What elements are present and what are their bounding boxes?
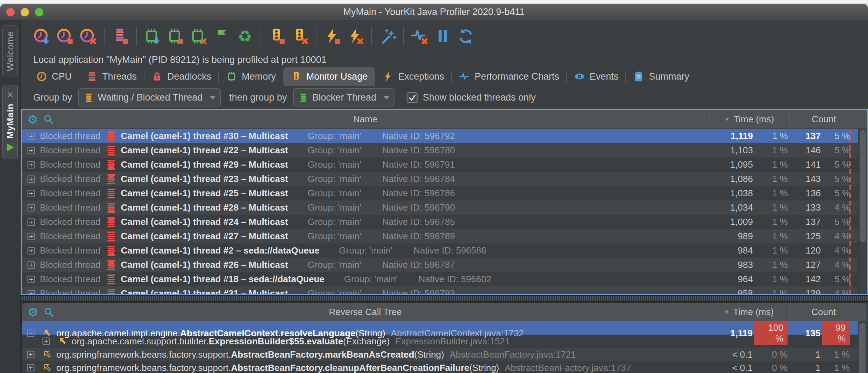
column-header-name[interactable]: Name: [22, 114, 709, 125]
expand-icon[interactable]: [27, 132, 35, 140]
tab-performance-charts[interactable]: Performance Charts: [452, 67, 566, 86]
clear-monitor-data-button[interactable]: [290, 26, 310, 46]
toolbar-separator: [403, 27, 404, 46]
capture-thread-dump-button[interactable]: [110, 26, 130, 46]
pause-button[interactable]: [433, 26, 453, 46]
gear-icon[interactable]: ⚙: [27, 114, 38, 125]
vertical-scrollbar[interactable]: [858, 321, 867, 373]
column-header-time[interactable]: ▼ Time (ms): [709, 110, 789, 129]
thread-icon: [107, 231, 116, 242]
group-by-dropdown[interactable]: Waiting / Blocked Thread: [78, 88, 221, 107]
thread-icon: [107, 174, 116, 184]
thread-row[interactable]: Blocked threadCamel (camel-1) thread #23…: [22, 172, 859, 186]
thread-native-id: Native ID: 596586: [413, 245, 486, 256]
expand-icon[interactable]: [27, 190, 35, 197]
thread-row[interactable]: Blocked threadCamel (camel-1) thread #25…: [22, 186, 859, 200]
expand-icon[interactable]: [27, 161, 35, 169]
thread-row[interactable]: Blocked threadCamel (camel-1) thread #29…: [22, 158, 859, 172]
clear-allocation-data-icon: [190, 27, 208, 45]
thread-row[interactable]: Blocked threadCamel (camel-1) thread #24…: [22, 215, 859, 229]
expand-icon[interactable]: [27, 276, 35, 283]
expand-icon[interactable]: [27, 290, 35, 294]
set-flag-button[interactable]: [212, 26, 232, 46]
expand-icon[interactable]: [27, 175, 35, 183]
call-tree-row[interactable]: org.apache.camel.impl.engine.AbstractCam…: [22, 321, 858, 335]
tab-memory[interactable]: Memory: [219, 67, 283, 86]
cpu-icon: [36, 71, 47, 82]
call-tree-row[interactable]: org.springframework.beans.factory.suppor…: [22, 348, 858, 361]
sidebar-tab-session[interactable]: ✕ MyMain: [2, 85, 18, 159]
show-blocked-checkbox[interactable]: [406, 92, 418, 103]
thread-native-id: Native ID: 596792: [382, 131, 455, 141]
thread-group: Group: 'main': [308, 188, 361, 199]
sidebar-tab-welcome[interactable]: Welcome: [2, 25, 18, 77]
search-icon[interactable]: [43, 114, 54, 125]
expand-icon[interactable]: [27, 364, 35, 372]
close-window-button[interactable]: [6, 8, 15, 16]
tab-monitor-usage[interactable]: Monitor Usage: [284, 67, 375, 86]
main-area: ♻ Local application "MyMain" (PID 89212)…: [21, 20, 868, 373]
zoom-window-button[interactable]: [35, 8, 43, 16]
clear-telemetry-button[interactable]: [410, 26, 430, 46]
then-group-by-dropdown[interactable]: Blocker Thread: [293, 88, 394, 107]
thread-row[interactable]: Blocked threadCamel (camel-1) thread #27…: [22, 229, 859, 243]
time-value: < 0.1: [709, 349, 754, 360]
refresh-button[interactable]: [456, 26, 476, 46]
blocked-thread-prefix: Blocked thread: [40, 174, 100, 184]
blocked-thread-prefix: Blocked thread: [40, 231, 100, 242]
expand-icon[interactable]: [42, 337, 50, 345]
capture-monitor-data-button[interactable]: [267, 26, 287, 46]
blocked-thread-prefix: Blocked thread: [40, 188, 100, 199]
thread-row[interactable]: Blocked threadCamel (camel-1) thread #30…: [22, 129, 859, 143]
method-name: AbstractBeanFactory.cleanupAfterBeanCrea…: [231, 363, 469, 373]
column-header-time[interactable]: ▼ Time (ms): [709, 303, 789, 321]
toolbar: ♻: [21, 20, 868, 52]
tab-events[interactable]: Events: [567, 67, 626, 86]
clear-cpu-data-button[interactable]: [78, 26, 98, 46]
start-allocation-recording-button[interactable]: [142, 26, 163, 46]
column-header-count[interactable]: Count: [789, 110, 859, 129]
expand-icon[interactable]: [27, 233, 35, 240]
expand-icon[interactable]: [27, 351, 35, 358]
minimize-window-button[interactable]: [21, 8, 29, 16]
thread-row[interactable]: Blocked threadCamel (camel-1) thread #22…: [22, 143, 859, 158]
force-gc-button[interactable]: ♻: [235, 26, 255, 46]
count-value: 1: [789, 363, 822, 373]
clear-allocation-data-button[interactable]: [188, 26, 209, 46]
profiler-window: MyMain - YourKit Java Profiler 2020.9-b4…: [0, 0, 868, 373]
thread-row[interactable]: Blocked threadCamel (camel-1) thread #2 …: [22, 243, 859, 258]
capture-cpu-snapshot-button[interactable]: [55, 26, 75, 46]
tab-summary[interactable]: Summary: [626, 67, 696, 86]
scrollbar-thumb[interactable]: [860, 130, 866, 242]
call-tree-row[interactable]: org.springframework.beans.factory.suppor…: [22, 361, 858, 373]
vertical-scrollbar[interactable]: [858, 129, 867, 294]
expand-icon[interactable]: [27, 247, 35, 255]
expand-icon[interactable]: [27, 204, 35, 212]
search-icon[interactable]: [44, 307, 54, 317]
tab-cpu[interactable]: CPU: [29, 67, 79, 86]
capture-exception-data-button[interactable]: [322, 26, 342, 46]
expand-icon[interactable]: [27, 147, 35, 154]
close-session-icon[interactable]: ✕: [7, 91, 14, 99]
tab-exceptions[interactable]: Exceptions: [375, 67, 451, 86]
gear-icon[interactable]: ⚙: [28, 306, 38, 318]
thread-row[interactable]: Blocked threadCamel (camel-1) thread #28…: [22, 200, 859, 215]
capture-memory-snapshot-button[interactable]: [165, 26, 186, 46]
tab-deadlocks[interactable]: Deadlocks: [144, 67, 218, 86]
start-cpu-profiling-button[interactable]: [32, 26, 52, 46]
tab-threads[interactable]: Threads: [79, 67, 144, 86]
clear-exception-data-button[interactable]: [345, 26, 365, 46]
thread-row-name-cell: Blocked threadCamel (camel-1) thread #26…: [22, 259, 709, 270]
column-header-count[interactable]: Count: [789, 303, 858, 321]
toolbar-separator: [316, 27, 316, 46]
thread-row[interactable]: Blocked threadCamel (camel-1) thread #18…: [22, 272, 859, 286]
scrollbar-thumb[interactable]: [859, 323, 866, 373]
thread-row[interactable]: Blocked threadCamel (camel-1) thread #26…: [22, 258, 859, 272]
panel-splitter[interactable]: [21, 295, 868, 302]
welcome-tab-label: Welcome: [5, 31, 16, 71]
expand-icon[interactable]: [27, 261, 35, 269]
expand-icon[interactable]: [27, 218, 35, 226]
sort-desc-icon: ▼: [724, 116, 730, 123]
inspections-wand-button[interactable]: [377, 26, 398, 46]
thread-row[interactable]: Blocked threadCamel (camel-1) thread #31…: [22, 286, 859, 294]
